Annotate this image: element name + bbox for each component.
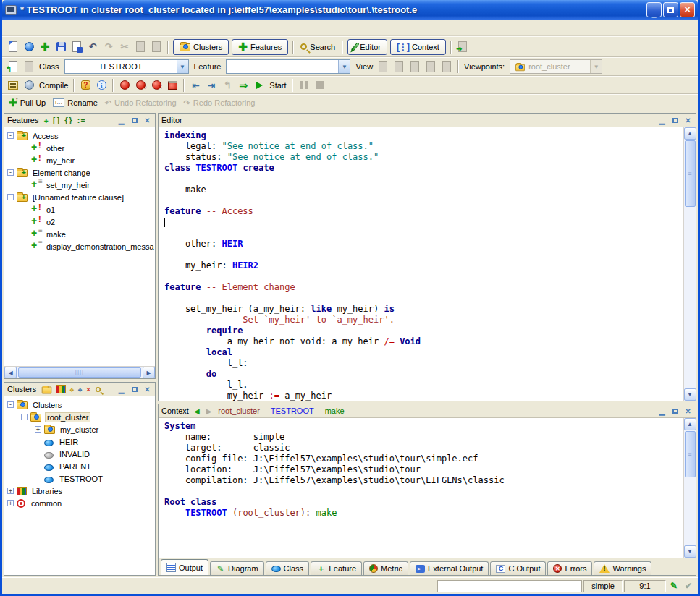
tab-diagram[interactable]: ✎Diagram [210,561,264,575]
undo-button[interactable]: ↶ [86,41,99,54]
view-text-button[interactable] [376,60,389,73]
view-interface-button[interactable] [440,60,453,73]
stop-button[interactable] [313,79,326,92]
assign-icon[interactable]: := [77,116,85,124]
panel-minimize-icon[interactable]: ▁ [117,116,126,124]
tree-item-clusters[interactable]: -Clusters [4,399,155,411]
view-contract-button[interactable] [424,60,437,73]
crumb-feature[interactable]: make [325,406,345,415]
tree-item-libraries[interactable]: +Libraries [4,485,155,497]
paste-button[interactable] [150,41,163,54]
remove-icon[interactable]: ✕ [85,384,90,394]
panel-maximize-icon[interactable] [130,116,139,124]
add-library-icon[interactable] [56,385,66,393]
chevron-down-icon[interactable]: ▼ [177,60,188,73]
tree-item-heir[interactable]: HEIR [4,435,155,448]
plus-expander-icon[interactable]: + [7,500,14,506]
save-button[interactable] [54,41,67,54]
panel-close-icon[interactable]: ✕ [143,386,152,393]
expand-one-icon[interactable]: ❖ [69,386,74,393]
tab-metric[interactable]: Metric [363,561,408,575]
tree-item-unnamed-feature-clause[interactable]: -[Unnamed feature clause] [4,191,155,203]
panel-minimize-icon[interactable]: ▁ [117,386,126,393]
external-editor-button[interactable]: ➜ [456,41,469,54]
breakpoint-remove-button[interactable]: ✕ [150,79,163,92]
panel-close-icon[interactable]: ✕ [143,116,152,124]
search-button[interactable]: Search [297,41,339,53]
save-all-button[interactable] [70,41,83,54]
undo-refactoring-button[interactable]: ↶ Undo Refactoring [101,97,180,109]
scroll-right-icon[interactable]: ▶ [143,367,155,378]
clusters-toggle-button[interactable]: Clusters [173,39,229,55]
minus-expander-icon[interactable]: - [21,414,28,420]
minus-expander-icon[interactable]: - [7,132,14,139]
tree-item-my-cluster[interactable]: +my_cluster [4,423,155,435]
panel-maximize-icon[interactable] [130,386,139,393]
pause-button[interactable] [298,79,311,92]
history-back-icon[interactable]: ◀ [194,407,200,415]
plus-expander-icon[interactable]: + [7,488,14,494]
context-panel-header[interactable]: Context ◀ ▶ root_cluster TESTROOT make ▁… [159,404,696,418]
tree-item-access[interactable]: -Access [4,129,155,142]
collapse-icon[interactable]: ❖ [77,386,82,393]
editor-toggle-button[interactable]: Editor [347,39,387,55]
tree-item-testroot[interactable]: TESTROOT [4,472,155,485]
features-panel-header[interactable]: Features ✚ [] {} := ▁ ✕ [4,114,155,127]
panel-maximize-icon[interactable] [670,116,680,124]
status-input[interactable] [437,580,582,592]
new-feature-icon[interactable]: ✚ [43,116,48,124]
tree-item-o1[interactable]: o1 [4,203,155,216]
new-document-button[interactable] [7,41,20,54]
editor-vertical-scrollbar[interactable]: ▲ ▼ [683,127,696,401]
chevron-down-icon[interactable]: ▼ [338,60,350,73]
tab-errors[interactable]: ✕Errors [547,561,592,575]
precompile-button[interactable] [22,79,35,92]
system-info-button[interactable] [7,79,20,92]
plus-expander-icon[interactable]: + [35,426,41,433]
back-to-class-button[interactable]: ↰ [7,60,20,73]
run-no-stop-button[interactable]: ⇒ [237,79,250,92]
panel-close-icon[interactable]: ✕ [683,116,693,124]
minimize-button[interactable]: _ [646,2,662,17]
tab-feature[interactable]: +Feature [311,561,362,575]
tab-c-output[interactable]: CC Output [490,561,546,575]
tab-class[interactable]: Class [266,561,310,575]
editor-panel-header[interactable]: Editor ▁ ✕ [159,114,696,127]
editor-code-area[interactable]: indexing legal: "See notice at end of cl… [159,127,683,401]
cut-button[interactable]: ✂ [118,41,131,54]
features-toggle-button[interactable]: ✚ Features [232,39,288,55]
crumb-cluster[interactable]: root_cluster [218,406,259,415]
step-out-button[interactable]: ↰ [221,79,234,92]
tree-item-set-my-heir[interactable]: set_my_heir [4,179,155,191]
class-history-button[interactable] [22,60,35,73]
tree-item-common[interactable]: +common [4,497,155,509]
braces-icon[interactable]: {} [64,116,73,124]
title-bar[interactable]: * TESTROOT in cluster root_cluster locat… [2,0,698,20]
crumb-class[interactable]: TESTROOT [271,406,314,415]
tree-item-element-change[interactable]: -Element change [4,166,155,179]
scroll-thumb[interactable] [18,367,141,378]
open-button[interactable] [22,41,35,54]
step-into-button[interactable]: ⇤ [189,79,202,92]
panel-minimize-icon[interactable]: ▁ [657,116,667,124]
error-info-button[interactable]: ? [79,79,92,92]
tree-item-make[interactable]: make [4,228,155,240]
redo-refactoring-button[interactable]: ↷ Redo Refactoring [180,97,259,109]
find-icon[interactable] [96,386,101,391]
panel-maximize-icon[interactable] [670,407,680,415]
tab-output[interactable]: Output [161,559,208,575]
step-over-button[interactable]: ⇥ [205,79,218,92]
context-vertical-scrollbar[interactable]: ▲ ▼ [683,418,696,558]
close-button[interactable]: ✕ [680,2,695,17]
context-toggle-button[interactable]: [⋮] Context [390,39,446,55]
panel-minimize-icon[interactable]: ▁ [657,407,667,415]
panel-close-icon[interactable]: ✕ [683,407,693,415]
features-horizontal-scrollbar[interactable]: ◀ ▶ [4,366,155,378]
view-clickable-button[interactable] [392,60,405,73]
tree-item-root-cluster[interactable]: -root_cluster [4,411,155,423]
pull-up-button[interactable]: ✚↑ Pull Up [5,95,49,110]
class-combo[interactable]: TESTROOT ▼ [64,59,189,74]
add-cluster-icon[interactable] [42,386,52,393]
compile-label[interactable]: Compile [39,81,68,90]
brackets-icon[interactable]: [] [51,116,60,124]
